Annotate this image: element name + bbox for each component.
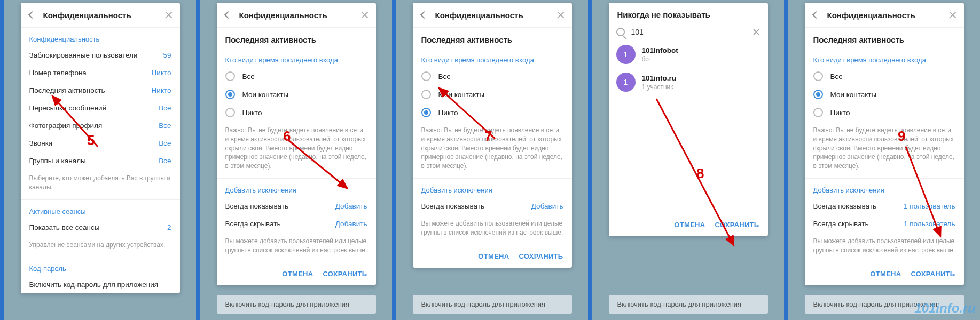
radio-icon: [421, 71, 431, 81]
close-icon[interactable]: [164, 10, 174, 20]
avatar: 1: [616, 73, 636, 92]
radio-everybody[interactable]: Все: [413, 67, 572, 85]
panel-title: Конфиденциальность: [43, 11, 164, 20]
subpanel-title: Последняя активность: [217, 28, 376, 49]
subpanel-title: Последняя активность: [413, 28, 572, 49]
search-row: [609, 23, 768, 41]
exceptions-note: Вы можете добавить пользователей или цел…: [413, 215, 572, 245]
lastseen-panel: Конфиденциальность Последняя активность …: [217, 3, 376, 285]
search-input[interactable]: [631, 28, 752, 36]
sessions-title: Активные сеансы: [21, 200, 180, 219]
exceptions-title: Добавить исключения: [805, 179, 964, 197]
radio-nobody[interactable]: Никто: [217, 103, 376, 122]
always-show-row[interactable]: Всегда показыватьДобавить: [413, 197, 572, 215]
radio-icon: [813, 108, 823, 117]
panel-title: Конфиденциальность: [827, 11, 948, 20]
panel-header: Конфиденциальность: [805, 3, 964, 28]
radio-icon: [421, 90, 431, 99]
cancel-button[interactable]: ОТМЕНА: [478, 252, 509, 260]
lastseen-note: Важно: Вы не будете видеть появление в с…: [217, 122, 376, 179]
footer: ОТМЕНА СОХРАНИТЬ: [609, 213, 768, 236]
step-label: 8: [696, 165, 704, 182]
always-show-row[interactable]: Всегда показыватьДобавить: [217, 197, 376, 215]
cancel-button[interactable]: ОТМЕНА: [674, 221, 705, 229]
panel-header: Конфиденциальность: [21, 3, 180, 28]
privacy-note: Выберите, кто может добавлять Вас в груп…: [21, 170, 180, 200]
photo-row[interactable]: Фотография профиляВсе: [21, 117, 180, 134]
subpanel-title: Последняя активность: [805, 28, 964, 49]
panel-title: Никогда не показывать: [609, 3, 768, 23]
who-sees-title: Кто видит время последнего входа: [413, 49, 572, 67]
phone-row[interactable]: Номер телефонаНикто: [21, 64, 180, 82]
never-show-panel: Никогда не показывать 1 101infobotбот 1 …: [609, 3, 768, 236]
behind-row: Включить код-пароль для приложения: [217, 295, 376, 314]
close-icon[interactable]: [360, 10, 370, 20]
always-hide-row[interactable]: Всегда скрывать1 пользователь: [805, 215, 964, 233]
who-sees-title: Кто видит время последнего входа: [217, 49, 376, 67]
save-button[interactable]: СОХРАНИТЬ: [519, 252, 563, 260]
radio-contacts[interactable]: Мои контакты: [413, 85, 572, 103]
close-icon[interactable]: [556, 10, 566, 20]
close-icon[interactable]: [948, 10, 958, 20]
radio-icon: [225, 90, 235, 99]
lastseen-panel: Конфиденциальность Последняя активность …: [413, 3, 572, 268]
avatar: 1: [616, 45, 636, 64]
search-result[interactable]: 1 101infobotбот: [609, 41, 768, 68]
radio-everybody[interactable]: Все: [217, 67, 376, 85]
blocked-users-row[interactable]: Заблокированные пользователи59: [21, 46, 180, 64]
exceptions-title: Добавить исключения: [413, 179, 572, 197]
radio-everybody[interactable]: Все: [805, 67, 964, 85]
exceptions-note: Вы можете добавить пользователей или цел…: [805, 233, 964, 262]
save-button[interactable]: СОХРАНИТЬ: [715, 221, 759, 229]
exceptions-title: Добавить исключения: [217, 179, 376, 197]
cancel-button[interactable]: ОТМЕНА: [282, 270, 313, 278]
groups-row[interactable]: Группы и каналыВсе: [21, 152, 180, 170]
sessions-note: Управление сеансами на других устройства…: [21, 236, 180, 258]
radio-nobody[interactable]: Никто: [413, 103, 572, 122]
search-result[interactable]: 1 101info.ru1 участник: [609, 68, 768, 96]
behind-row: Включить код-пароль для приложения: [609, 295, 768, 314]
footer: ОТМЕНА СОХРАНИТЬ: [805, 262, 964, 285]
back-icon[interactable]: [27, 10, 37, 20]
lastseen-panel: Конфиденциальность Последняя активность …: [805, 3, 964, 285]
panel-title: Конфиденциальность: [239, 11, 360, 20]
result-name: 101infobot: [642, 46, 678, 54]
radio-contacts[interactable]: Мои контакты: [805, 85, 964, 103]
cancel-button[interactable]: ОТМЕНА: [870, 270, 901, 278]
back-icon[interactable]: [811, 10, 821, 20]
radio-icon: [225, 71, 235, 81]
radio-icon: [225, 108, 235, 117]
step-label: 6: [283, 128, 291, 145]
forwarding-row[interactable]: Пересылка сообщенийВсе: [21, 99, 180, 117]
result-sub: бот: [642, 55, 678, 63]
radio-icon: [813, 90, 823, 99]
lastseen-row[interactable]: Последняя активностьНикто: [21, 82, 180, 99]
panel-header: Конфиденциальность: [217, 3, 376, 28]
step-label: 7: [484, 128, 492, 145]
result-name: 101info.ru: [642, 74, 677, 82]
footer: ОТМЕНА СОХРАНИТЬ: [413, 245, 572, 268]
who-sees-title: Кто видит время последнего входа: [805, 49, 964, 67]
sessions-row[interactable]: Показать все сеансы2: [21, 219, 180, 236]
calls-row[interactable]: ЗвонкиВсе: [21, 134, 180, 152]
footer: ОТМЕНА СОХРАНИТЬ: [217, 262, 376, 285]
save-button[interactable]: СОХРАНИТЬ: [911, 270, 955, 278]
radio-icon: [421, 108, 431, 117]
exceptions-note: Вы можете добавить пользователей или цел…: [217, 233, 376, 262]
always-show-row[interactable]: Всегда показывать1 пользователь: [805, 197, 964, 215]
save-button[interactable]: СОХРАНИТЬ: [323, 270, 367, 278]
passcode-row[interactable]: Включить код-пароль для приложения: [21, 276, 180, 293]
radio-icon: [813, 71, 823, 81]
lastseen-note: Важно: Вы не будете видеть появление в с…: [413, 122, 572, 179]
back-icon[interactable]: [419, 10, 429, 20]
behind-row: Включить код-пароль для приложения: [413, 295, 572, 314]
radio-nobody[interactable]: Никто: [805, 103, 964, 122]
watermark: 101info.ru: [914, 301, 976, 316]
radio-contacts[interactable]: Мои контакты: [217, 85, 376, 103]
back-icon[interactable]: [223, 10, 233, 20]
privacy-panel: Конфиденциальность Конфиденциальность За…: [21, 3, 180, 293]
search-icon: [616, 28, 625, 36]
clear-icon[interactable]: [752, 28, 761, 36]
always-hide-row[interactable]: Всегда скрыватьДобавить: [217, 215, 376, 233]
lastseen-note: Важно: Вы не будете видеть появление в с…: [805, 122, 964, 179]
